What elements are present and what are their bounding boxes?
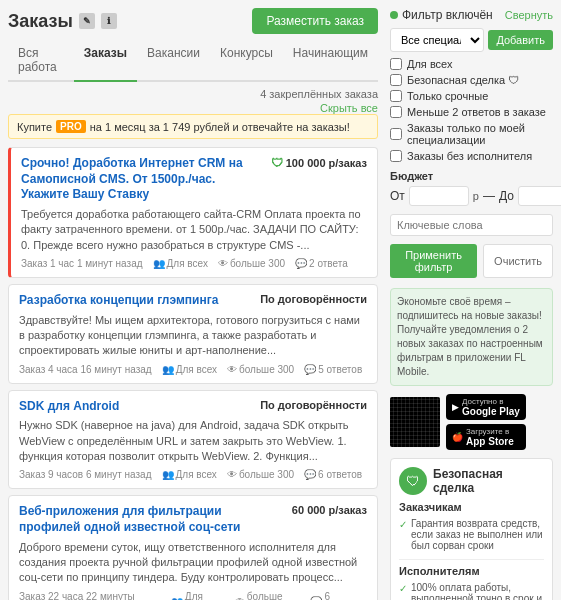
title-icon: ✎ [79,13,95,29]
checkbox-urgent-only[interactable]: Только срочные [390,90,553,102]
job-price-0: 🛡 100 000 р/заказ [271,156,367,170]
app-store-sub: Загрузите в [466,427,514,436]
pro-banner: Купите PRO на 1 месяц за 1 749 рублей и … [8,114,378,139]
job-desc-2: Нужно SDK (наверное на java) для Android… [19,418,367,464]
keywords-input[interactable] [390,214,553,236]
job-price-2: По договорённости [260,399,367,411]
checkbox-no-executor-input[interactable] [390,150,402,162]
job-views-0: 👁 больше 300 [218,258,285,269]
google-play-main: Google Play [462,406,520,417]
hide-pinned-link[interactable]: Скрыть все [8,102,378,114]
checkbox-less-answers[interactable]: Меньше 2 ответов в заказе [390,106,553,118]
job-answers-2: 💬 6 ответов [304,469,362,480]
job-time-0: Заказ 1 час 1 минут назад [21,258,143,269]
safe-divider [399,559,544,560]
checkbox-my-spec[interactable]: Заказы только по моей специализации [390,122,553,146]
budget-to-label: До [499,189,514,203]
checkbox-for-all[interactable]: Для всех [390,58,553,70]
page-header: Заказы ✎ ℹ Разместить заказ [8,8,378,34]
budget-section: Бюджет От р — До р [390,170,553,206]
safe-deal-icon: 🛡 [399,467,427,495]
subscribe-block: Экономьте своё время – подпишитесь на но… [390,288,553,386]
budget-from-input[interactable] [409,186,469,206]
executor-role-label: Исполнителям [399,565,544,577]
safe-deal-title: Безопасная сделка [433,467,544,495]
budget-label: Бюджет [390,170,553,182]
job-price-1: По договорённости [260,293,367,305]
job-card-0: Срочно! Доработка Интернет CRM на Самопи… [8,147,378,278]
app-download-section: ▶ Доступно в Google Play 🍎 Загрузите в A… [390,394,553,450]
store-badges: ▶ Доступно в Google Play 🍎 Загрузите в A… [446,394,526,450]
collapse-filter-link[interactable]: Свернуть [505,9,553,21]
apple-icon: 🍎 [452,432,463,442]
job-meta-0: Заказ 1 час 1 минут назад 👥 Для всех 👁 б… [21,258,367,269]
pro-badge: PRO [56,120,86,133]
google-play-icon: ▶ [452,402,459,412]
clear-filter-button[interactable]: Очистить [483,244,553,278]
budget-row: От р — До р [390,186,553,206]
filter-checkboxes: Для всех Безопасная сделка 🛡 Только сроч… [390,58,553,162]
qr-code [390,397,440,447]
budget-currency-1: р [473,190,479,202]
tab-orders[interactable]: Заказы [74,40,137,82]
checkbox-for-all-input[interactable] [390,58,402,70]
checkbox-less-answers-input[interactable] [390,106,402,118]
job-time-2: Заказ 9 часов 6 минут назад [19,469,152,480]
job-audience-1: 👥 Для всех [162,364,217,375]
job-answers-3: 💬 6 ответов [310,591,367,600]
tabs-bar: Вся работа Заказы Вакансии Конкурсы Начи… [8,40,378,82]
job-desc-3: Доброго времени суток, ищу ответственног… [19,540,367,586]
job-meta-2: Заказ 9 часов 6 минут назад 👥 Для всех 👁… [19,469,367,480]
tab-vacancies[interactable]: Вакансии [137,40,210,82]
safe-deal-block: 🛡 Безопасная сделка Заказчикам Гарантия … [390,458,553,600]
checkbox-my-spec-input[interactable] [390,128,402,140]
subscribe-text: Экономьте своё время – подпишитесь на но… [397,296,543,377]
specialization-row: Все специализации Добавить [390,28,553,52]
filter-title: Фильтр включён [390,8,493,22]
apply-filter-button[interactable]: Применить фильтр [390,244,477,278]
job-title-1[interactable]: Разработка концепции глэмпинга [19,293,252,309]
checkbox-safe-deal-input[interactable] [390,74,402,86]
job-title-0[interactable]: Срочно! Доработка Интернет CRM на Самопи… [21,156,263,203]
job-answers-0: 💬 2 ответа [295,258,348,269]
executor-benefit-0: 100% оплата работы, выполненной точно в … [399,580,544,600]
budget-to-input[interactable] [518,186,561,206]
info-icon: ℹ [101,13,117,29]
job-title-3[interactable]: Веб-приложения для фильтрации профилей о… [19,504,284,535]
budget-dash: — [483,189,495,203]
job-answers-1: 💬 5 ответов [304,364,362,375]
job-audience-3: 👥 Для всех [171,591,225,600]
app-btn-row: ▶ Доступно в Google Play 🍎 Загрузите в A… [390,394,553,450]
google-play-badge[interactable]: ▶ Доступно в Google Play [446,394,526,420]
budget-from-label: От [390,189,405,203]
job-meta-1: Заказ 4 часа 16 минут назад 👥 Для всех 👁… [19,364,367,375]
app-store-badge[interactable]: 🍎 Загрузите в App Store [446,424,526,450]
job-title-2[interactable]: SDK для Android [19,399,252,415]
customer-benefits-list: Гарантия возврата средств, если заказ не… [399,516,544,553]
add-specialization-button[interactable]: Добавить [488,30,553,50]
job-views-2: 👁 больше 300 [227,469,294,480]
job-views-1: 👁 больше 300 [227,364,294,375]
pro-text: на 1 месяц за 1 749 рублей и отвечайте н… [90,121,350,133]
tab-contests[interactable]: Конкурсы [210,40,283,82]
pinned-notice: 4 закреплённых заказа [8,88,378,100]
job-audience-0: 👥 Для всех [153,258,208,269]
executor-benefits-list: 100% оплата работы, выполненной точно в … [399,580,544,600]
filter-action-buttons: Применить фильтр Очистить [390,244,553,278]
customer-role-label: Заказчикам [399,501,544,513]
customer-benefit-0: Гарантия возврата средств, если заказ не… [399,516,544,553]
post-order-button[interactable]: Разместить заказ [252,8,378,34]
job-audience-2: 👥 Для всех [162,469,217,480]
job-meta-3: Заказ 22 часа 22 минуты назад 👥 Для всех… [19,591,367,600]
job-desc-1: Здравствуйте! Мы ищем архитектора, готов… [19,313,367,359]
job-desc-0: Требуется доработка работающего сайта-CR… [21,207,367,253]
safe-deal-header: 🛡 Безопасная сделка [399,467,544,495]
tab-beginners[interactable]: Начинающим [283,40,378,82]
checkbox-safe-deal[interactable]: Безопасная сделка 🛡 [390,74,553,86]
checkbox-no-executor[interactable]: Заказы без исполнителя [390,150,553,162]
checkbox-urgent-only-input[interactable] [390,90,402,102]
specialization-select[interactable]: Все специализации [390,28,484,52]
tab-all-work[interactable]: Вся работа [8,40,74,82]
title-text: Заказы [8,11,73,32]
google-play-sub: Доступно в [462,397,520,406]
